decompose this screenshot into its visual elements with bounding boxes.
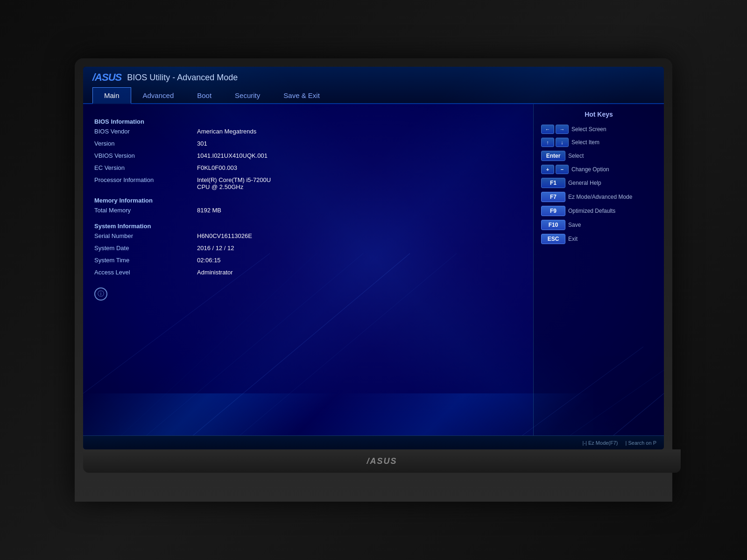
tab-save-exit[interactable]: Save & Exit [272,87,331,103]
system-time-label: System Time [94,257,197,266]
system-date-row: System Date 2016 / 12 / 12 [94,245,522,254]
key-group-arrows-lr: ← → [541,125,569,134]
vbios-version-value: 1041.I021UX410UQK.001 [197,152,522,161]
system-date-value: 2016 / 12 / 12 [197,245,522,254]
vbios-version-label: VBIOS Version [94,152,197,161]
bios-screen: /ASUS BIOS Utility - Advanced Mode Main … [83,67,664,449]
key-f9[interactable]: F9 [541,206,565,216]
key-f7[interactable]: F7 [541,192,565,202]
key-down-arrow[interactable]: ↓ [556,138,569,147]
key-up-arrow[interactable]: ↑ [541,138,554,147]
system-time-value: 02:06:15 [197,257,522,266]
hotkey-select-screen-label: Select Screen [571,126,656,133]
key-f1[interactable]: F1 [541,178,565,188]
tab-main[interactable]: Main [92,87,131,103]
hotkey-enter: Enter Select [541,151,656,161]
vbios-version-row: VBIOS Version 1041.I021UX410UQK.001 [94,152,522,161]
total-memory-value: 8192 MB [197,207,522,216]
key-group-f1: F1 [541,178,565,188]
hotkey-f10-label: Save [568,222,656,228]
tab-advanced[interactable]: Advanced [131,87,186,103]
tab-boot[interactable]: Boot [185,87,223,103]
version-value: 301 [197,140,522,149]
processor-info-row: Processor Information Intel(R) Core(TM) … [94,176,522,190]
serial-number-value: H6N0CV16113026E [197,232,522,242]
bios-vendor-value: American Megatrends [197,128,522,137]
hotkey-f1: F1 General Help [541,178,656,188]
key-minus[interactable]: − [556,165,569,174]
bios-header: /ASUS BIOS Utility - Advanced Mode Main … [83,67,664,104]
ez-mode-status: |-| Ez Mode(F7) [583,440,618,446]
hotkey-f1-label: General Help [568,180,656,186]
hotkey-f7-label: Ez Mode/Advanced Mode [568,194,656,200]
system-date-label: System Date [94,245,197,254]
system-time-row: System Time 02:06:15 [94,257,522,266]
status-bar: |-| Ez Mode(F7) | Search on P [83,435,664,449]
hotkey-select-item-label: Select Item [571,139,656,146]
ec-version-row: EC Version F0KL0F00.003 [94,164,522,174]
search-status: | Search on P [626,440,656,446]
total-memory-row: Total Memory 8192 MB [94,207,522,216]
memory-information-header: Memory Information [94,197,522,204]
main-content: BIOS Information BIOS Vendor American Me… [83,104,533,445]
hotkeys-title: Hot Keys [541,111,656,118]
bios-body: BIOS Information BIOS Vendor American Me… [83,104,664,445]
key-group-esc: ESC [541,234,565,244]
version-label: Version [94,140,197,149]
laptop-logo: /ASUS [366,456,397,466]
hotkey-esc-label: Exit [568,236,656,242]
bios-vendor-row: BIOS Vendor American Megatrends [94,128,522,137]
nav-tabs: Main Advanced Boot Security Save & Exit [92,87,655,103]
bios-information-header: BIOS Information [94,118,522,125]
hotkeys-panel: Hot Keys ← → Select Screen ↑ ↓ [533,104,664,445]
ec-version-value: F0KL0F00.003 [197,164,522,174]
processor-info-value: Intel(R) Core(TM) i5-7200U CPU @ 2.50GHz [197,176,522,190]
version-row: Version 301 [94,140,522,149]
key-plus[interactable]: + [541,165,554,174]
key-esc[interactable]: ESC [541,234,565,244]
serial-number-label: Serial Number [94,232,197,242]
bios-vendor-label: BIOS Vendor [94,128,197,137]
access-level-label: Access Level [94,269,197,278]
hotkey-esc: ESC Exit [541,234,656,244]
hotkey-f7: F7 Ez Mode/Advanced Mode [541,192,656,202]
system-information-header: System Information [94,223,522,230]
key-group-arrows-ud: ↑ ↓ [541,138,569,147]
ec-version-label: EC Version [94,164,197,174]
access-level-row: Access Level Administrator [94,269,522,278]
key-group-f7: F7 [541,192,565,202]
access-level-value: Administrator [197,269,522,278]
key-f10[interactable]: F10 [541,220,565,230]
key-enter[interactable]: Enter [541,151,565,161]
hotkey-f9-label: Optimized Defaults [568,208,656,214]
hotkey-f10: F10 Save [541,220,656,230]
hotkey-change-option: + − Change Option [541,165,656,174]
info-icon: ⓘ [94,287,107,301]
key-group-f10: F10 [541,220,565,230]
key-group-enter: Enter [541,151,565,161]
hotkey-change-option-label: Change Option [571,166,656,173]
processor-info-label: Processor Information [94,176,197,190]
hotkey-select-item: ↑ ↓ Select Item [541,138,656,147]
hotkey-f9: F9 Optimized Defaults [541,206,656,216]
asus-logo: /ASUS [92,71,121,84]
serial-number-row: Serial Number H6N0CV16113026E [94,232,522,242]
tab-security[interactable]: Security [223,87,272,103]
bios-title: BIOS Utility - Advanced Mode [127,73,238,83]
key-left-arrow[interactable]: ← [541,125,554,134]
hotkey-enter-label: Select [568,153,656,159]
key-group-f9: F9 [541,206,565,216]
total-memory-label: Total Memory [94,207,197,216]
key-group-plus-minus: + − [541,165,569,174]
key-right-arrow[interactable]: → [556,125,569,134]
hotkey-select-screen: ← → Select Screen [541,125,656,134]
